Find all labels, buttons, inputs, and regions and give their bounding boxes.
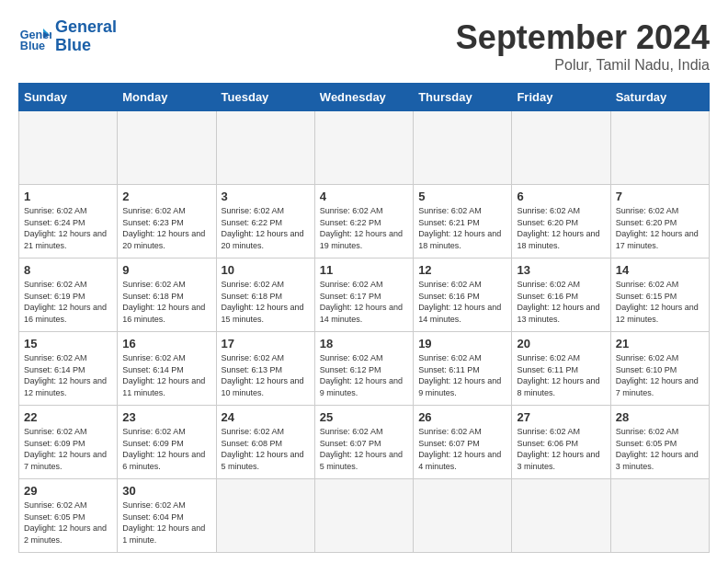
calendar-cell: 16 Sunrise: 6:02 AM Sunset: 6:14 PM Dayl… <box>118 332 216 406</box>
day-info: Sunrise: 6:02 AM Sunset: 6:08 PM Dayligh… <box>222 426 310 472</box>
calendar-cell: 14 Sunrise: 6:02 AM Sunset: 6:15 PM Dayl… <box>610 259 709 332</box>
day-number: 29 <box>24 484 112 498</box>
day-info: Sunrise: 6:02 AM Sunset: 6:18 PM Dayligh… <box>122 279 210 325</box>
day-number: 21 <box>616 337 704 350</box>
title-block: September 2024 Polur, Tamil Nadu, India <box>456 18 710 74</box>
calendar-cell <box>414 479 512 553</box>
day-info: Sunrise: 6:02 AM Sunset: 6:11 PM Dayligh… <box>517 352 605 398</box>
day-number: 22 <box>24 410 112 424</box>
calendar-cell: 29 Sunrise: 6:02 AM Sunset: 6:05 PM Dayl… <box>19 479 118 553</box>
calendar-cell: 7 Sunrise: 6:02 AM Sunset: 6:20 PM Dayli… <box>610 185 709 259</box>
calendar-cell <box>216 479 314 553</box>
calendar-cell <box>512 111 610 185</box>
day-info: Sunrise: 6:02 AM Sunset: 6:09 PM Dayligh… <box>122 426 210 472</box>
day-number: 18 <box>320 337 408 350</box>
calendar-cell <box>414 111 512 185</box>
col-saturday: Saturday <box>610 84 709 111</box>
day-info: Sunrise: 6:02 AM Sunset: 6:12 PM Dayligh… <box>320 352 408 398</box>
month-title: September 2024 <box>456 18 710 57</box>
day-number: 27 <box>517 410 605 424</box>
calendar-cell: 13 Sunrise: 6:02 AM Sunset: 6:16 PM Dayl… <box>512 259 610 332</box>
calendar-cell: 17 Sunrise: 6:02 AM Sunset: 6:13 PM Dayl… <box>216 332 314 406</box>
day-number: 30 <box>122 484 210 498</box>
day-number: 24 <box>222 410 310 424</box>
day-number: 28 <box>616 410 704 424</box>
day-info: Sunrise: 6:02 AM Sunset: 6:06 PM Dayligh… <box>517 426 605 472</box>
logo-text-general: General <box>55 18 117 37</box>
calendar-cell: 25 Sunrise: 6:02 AM Sunset: 6:07 PM Dayl… <box>314 406 413 479</box>
calendar-cell: 19 Sunrise: 6:02 AM Sunset: 6:11 PM Dayl… <box>414 332 512 406</box>
day-number: 11 <box>320 263 408 277</box>
day-number: 4 <box>320 190 408 203</box>
day-info: Sunrise: 6:02 AM Sunset: 6:07 PM Dayligh… <box>320 426 408 472</box>
day-info: Sunrise: 6:02 AM Sunset: 6:15 PM Dayligh… <box>616 279 704 325</box>
week-row-5: 29 Sunrise: 6:02 AM Sunset: 6:05 PM Dayl… <box>19 479 710 553</box>
calendar-cell: 10 Sunrise: 6:02 AM Sunset: 6:18 PM Dayl… <box>216 259 314 332</box>
day-number: 14 <box>616 263 704 277</box>
day-number: 7 <box>616 190 704 203</box>
week-row-1: 1 Sunrise: 6:02 AM Sunset: 6:24 PM Dayli… <box>19 185 710 259</box>
day-number: 19 <box>418 337 506 350</box>
calendar-cell: 11 Sunrise: 6:02 AM Sunset: 6:17 PM Dayl… <box>314 259 413 332</box>
day-number: 17 <box>222 337 310 350</box>
calendar-cell <box>314 111 413 185</box>
calendar-cell: 8 Sunrise: 6:02 AM Sunset: 6:19 PM Dayli… <box>19 259 118 332</box>
page-header: General Blue General Blue September 2024… <box>18 18 710 74</box>
calendar-cell: 4 Sunrise: 6:02 AM Sunset: 6:22 PM Dayli… <box>314 185 413 259</box>
calendar-cell <box>512 479 610 553</box>
day-number: 10 <box>222 263 310 277</box>
calendar-cell: 12 Sunrise: 6:02 AM Sunset: 6:16 PM Dayl… <box>414 259 512 332</box>
calendar-cell: 1 Sunrise: 6:02 AM Sunset: 6:24 PM Dayli… <box>19 185 118 259</box>
calendar-cell <box>216 111 314 185</box>
calendar-table: Sunday Monday Tuesday Wednesday Thursday… <box>18 83 710 553</box>
calendar-cell: 23 Sunrise: 6:02 AM Sunset: 6:09 PM Dayl… <box>118 406 216 479</box>
day-info: Sunrise: 6:02 AM Sunset: 6:16 PM Dayligh… <box>418 279 506 325</box>
day-number: 5 <box>418 190 506 203</box>
calendar-cell: 26 Sunrise: 6:02 AM Sunset: 6:07 PM Dayl… <box>414 406 512 479</box>
calendar-cell: 28 Sunrise: 6:02 AM Sunset: 6:05 PM Dayl… <box>610 406 709 479</box>
day-info: Sunrise: 6:02 AM Sunset: 6:19 PM Dayligh… <box>24 279 112 325</box>
day-info: Sunrise: 6:02 AM Sunset: 6:20 PM Dayligh… <box>616 205 704 251</box>
location-text: Polur, Tamil Nadu, India <box>456 57 710 74</box>
week-row-3: 15 Sunrise: 6:02 AM Sunset: 6:14 PM Dayl… <box>19 332 710 406</box>
day-number: 15 <box>24 337 112 350</box>
day-info: Sunrise: 6:02 AM Sunset: 6:13 PM Dayligh… <box>222 352 310 398</box>
day-info: Sunrise: 6:02 AM Sunset: 6:21 PM Dayligh… <box>418 205 506 251</box>
day-info: Sunrise: 6:02 AM Sunset: 6:18 PM Dayligh… <box>222 279 310 325</box>
day-info: Sunrise: 6:02 AM Sunset: 6:14 PM Dayligh… <box>122 352 210 398</box>
calendar-cell: 3 Sunrise: 6:02 AM Sunset: 6:22 PM Dayli… <box>216 185 314 259</box>
col-monday: Monday <box>118 84 216 111</box>
day-number: 13 <box>517 263 605 277</box>
logo: General Blue General Blue <box>18 18 117 55</box>
calendar-cell <box>314 479 413 553</box>
day-info: Sunrise: 6:02 AM Sunset: 6:22 PM Dayligh… <box>222 205 310 251</box>
day-info: Sunrise: 6:02 AM Sunset: 6:17 PM Dayligh… <box>320 279 408 325</box>
calendar-cell: 20 Sunrise: 6:02 AM Sunset: 6:11 PM Dayl… <box>512 332 610 406</box>
calendar-cell: 30 Sunrise: 6:02 AM Sunset: 6:04 PM Dayl… <box>118 479 216 553</box>
day-info: Sunrise: 6:02 AM Sunset: 6:20 PM Dayligh… <box>517 205 605 251</box>
day-info: Sunrise: 6:02 AM Sunset: 6:05 PM Dayligh… <box>616 426 704 472</box>
calendar-cell <box>19 111 118 185</box>
calendar-cell: 22 Sunrise: 6:02 AM Sunset: 6:09 PM Dayl… <box>19 406 118 479</box>
day-number: 3 <box>222 190 310 203</box>
day-number: 6 <box>517 190 605 203</box>
calendar-cell: 15 Sunrise: 6:02 AM Sunset: 6:14 PM Dayl… <box>19 332 118 406</box>
col-wednesday: Wednesday <box>314 84 413 111</box>
day-info: Sunrise: 6:02 AM Sunset: 6:22 PM Dayligh… <box>320 205 408 251</box>
calendar-cell: 2 Sunrise: 6:02 AM Sunset: 6:23 PM Dayli… <box>118 185 216 259</box>
day-number: 26 <box>418 410 506 424</box>
day-info: Sunrise: 6:02 AM Sunset: 6:09 PM Dayligh… <box>24 426 112 472</box>
calendar-cell <box>610 111 709 185</box>
day-number: 1 <box>24 190 112 203</box>
day-info: Sunrise: 6:02 AM Sunset: 6:10 PM Dayligh… <box>616 352 704 398</box>
calendar-cell: 5 Sunrise: 6:02 AM Sunset: 6:21 PM Dayli… <box>414 185 512 259</box>
day-info: Sunrise: 6:02 AM Sunset: 6:23 PM Dayligh… <box>122 205 210 251</box>
logo-text-blue: Blue <box>55 37 117 55</box>
week-row-0 <box>19 111 710 185</box>
day-number: 25 <box>320 410 408 424</box>
col-friday: Friday <box>512 84 610 111</box>
day-number: 2 <box>122 190 210 203</box>
calendar-cell: 27 Sunrise: 6:02 AM Sunset: 6:06 PM Dayl… <box>512 406 610 479</box>
calendar-cell <box>118 111 216 185</box>
day-info: Sunrise: 6:02 AM Sunset: 6:05 PM Dayligh… <box>24 500 112 546</box>
